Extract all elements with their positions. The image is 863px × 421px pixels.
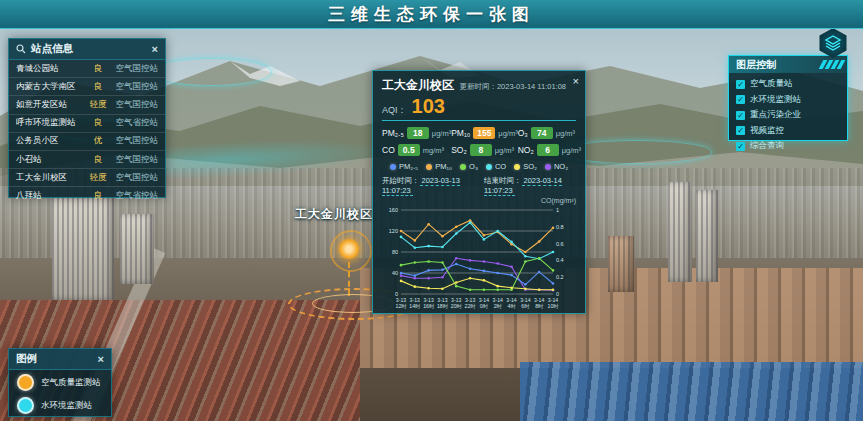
layer-control-header: 图层控制 xyxy=(729,56,847,73)
station-name: 八拜站 xyxy=(16,190,86,202)
station-type: 空气国控站 xyxy=(110,99,158,111)
tower-right-1 xyxy=(668,182,692,282)
legend-dot xyxy=(545,164,551,170)
aqi-value: 103 xyxy=(412,96,445,116)
station-row[interactable]: 工大金川校区 轻度 空气国控站 xyxy=(9,169,165,187)
station-row[interactable]: 八拜站 良 空气省控站 xyxy=(9,187,165,204)
page-title: 三维生态环保一张图 xyxy=(328,3,535,26)
checkbox-checked-icon[interactable]: ✓ xyxy=(736,80,745,89)
svg-text:0.4: 0.4 xyxy=(556,257,564,263)
station-row[interactable]: 青城公园站 良 空气国控站 xyxy=(9,60,165,78)
station-type: 空气国控站 xyxy=(110,154,158,166)
svg-text:40: 40 xyxy=(392,270,398,276)
station-grade: 轻度 xyxy=(86,99,110,111)
station-grade: 良 xyxy=(86,117,110,129)
close-icon[interactable]: × xyxy=(152,44,158,55)
layer-toggle[interactable]: ✓ 水环境监测站 xyxy=(736,94,840,106)
water-station-legend-icon xyxy=(17,397,34,414)
tower-right-2 xyxy=(696,190,718,282)
pollutant-item: NO₂ 6 μg/m³ xyxy=(518,144,581,156)
end-time-field[interactable]: 结束时间：2023-03-14 11:07:23 xyxy=(484,176,576,195)
layer-label: 重点污染企业 xyxy=(750,109,801,121)
station-row[interactable]: 呼市环境监测站 良 空气省控站 xyxy=(9,115,165,133)
time-range-row: 开始时间：2023-03-13 11:07:23 结束时间：2023-03-14… xyxy=(382,176,576,195)
top-banner: 三维生态环保一张图 xyxy=(0,0,863,29)
station-list-title: 站点信息 xyxy=(31,42,73,56)
station-row[interactable]: 公务员小区 优 空气国控站 xyxy=(9,133,165,151)
legend-entry[interactable]: CO xyxy=(486,162,506,171)
legend-items: 空气质量监测站 水环境监测站 xyxy=(9,370,111,418)
close-icon[interactable]: × xyxy=(573,75,579,87)
pollutant-item: PM₁₀ 155 μg/m³ xyxy=(451,127,517,139)
pollutant-grid: PM₂.₅ 18 μg/m³ PM₁₀ 155 μg/m³ O₃ 74 μg/m… xyxy=(382,127,576,156)
pollutant-item: SO₂ 8 μg/m³ xyxy=(451,144,517,156)
layer-items: ✓ 空气质量站 ✓ 水环境监测站 ✓ 重点污染企业 ✓ 视频监控 ✓ 综合查询 xyxy=(729,73,847,157)
legend-item: 水环境监测站 xyxy=(17,397,103,414)
station-list-header: 站点信息 × xyxy=(9,39,165,60)
legend-entry[interactable]: O₃ xyxy=(460,162,478,171)
layer-label: 视频监控 xyxy=(750,125,784,137)
search-icon xyxy=(16,44,26,54)
pollutant-value-badge: 18 xyxy=(407,127,429,139)
tall-building-left xyxy=(52,196,114,300)
station-row[interactable]: 小召站 良 空气国控站 xyxy=(9,151,165,169)
layer-toggle[interactable]: ✓ 空气质量站 xyxy=(736,78,840,90)
pollutant-item: O₃ 74 μg/m³ xyxy=(518,127,581,139)
station-grade: 良 xyxy=(86,154,110,166)
svg-text:1: 1 xyxy=(556,207,559,213)
legend-entry[interactable]: PM₁₀ xyxy=(426,162,452,171)
air-station-marker-icon[interactable] xyxy=(338,238,360,260)
legend-entry[interactable]: PM₂.₅ xyxy=(390,162,418,171)
legend-item: 空气质量监测站 xyxy=(17,374,103,391)
checkbox-checked-icon[interactable]: ✓ xyxy=(736,142,745,151)
checkbox-checked-icon[interactable]: ✓ xyxy=(736,111,745,120)
pollutant-trend-chart-wrap: 0408012016000.20.40.60.813-1312时3-1314时3… xyxy=(382,204,576,316)
update-time: 更新时间：2023-03-14 11:01:08 xyxy=(459,82,576,92)
legend-header: 图例 × xyxy=(9,349,111,370)
station-row[interactable]: 如意开发区站 轻度 空气国控站 xyxy=(9,96,165,114)
station-rows: 青城公园站 良 空气国控站 内蒙古大学南区 良 空气国控站 如意开发区站 轻度 … xyxy=(9,60,165,205)
station-type: 空气国控站 xyxy=(110,63,158,75)
layer-label: 水环境监测站 xyxy=(750,94,801,106)
map-legend-panel: 图例 × 空气质量监测站 水环境监测站 xyxy=(8,348,112,417)
station-type: 空气国控站 xyxy=(110,81,158,93)
station-grade: 良 xyxy=(86,63,110,75)
checkbox-checked-icon[interactable]: ✓ xyxy=(736,126,745,135)
station-detail-popup: × 工大金川校区 更新时间：2023-03-14 11:01:08 AQI： 1… xyxy=(372,70,586,314)
checkbox-checked-icon[interactable]: ✓ xyxy=(736,95,745,104)
legend-entry[interactable]: SO₂ xyxy=(514,162,537,171)
pollutant-value-badge: 8 xyxy=(470,144,492,156)
legend-item-label: 空气质量监测站 xyxy=(41,377,101,389)
svg-text:80: 80 xyxy=(392,249,398,255)
svg-text:3-1312时: 3-1312时 xyxy=(396,297,408,309)
pollutant-trend-chart: 0408012016000.20.40.60.813-1312时3-1314时3… xyxy=(382,204,576,316)
popup-title: 工大金川校区 xyxy=(382,77,454,94)
start-time-field[interactable]: 开始时间：2023-03-13 11:07:23 xyxy=(382,176,474,195)
aqi-row: AQI： 103 xyxy=(382,96,576,121)
station-map-label[interactable]: 工大金川校区 xyxy=(295,206,373,223)
legend-dot xyxy=(486,164,492,170)
app-window: 工大金川校区 三维生态环保一张图 站点信息 × 青城公园站 良 空气国控站 内蒙… xyxy=(0,0,863,421)
svg-text:3-146时: 3-146时 xyxy=(520,297,530,309)
layer-toggle[interactable]: ✓ 综合查询 xyxy=(736,140,840,152)
station-list-panel: 站点信息 × 青城公园站 良 空气国控站 内蒙古大学南区 良 空气国控站 如意开… xyxy=(8,38,166,198)
legend-item-label: 水环境监测站 xyxy=(41,400,92,412)
svg-text:160: 160 xyxy=(389,207,398,213)
legend-entry[interactable]: NO₂ xyxy=(545,162,568,171)
station-name: 工大金川校区 xyxy=(16,172,86,184)
layer-label: 综合查询 xyxy=(750,140,784,152)
layer-toggle[interactable]: ✓ 视频监控 xyxy=(736,125,840,137)
station-name: 呼市环境监测站 xyxy=(16,117,86,129)
svg-text:3-1316时: 3-1316时 xyxy=(423,297,435,309)
station-grade: 优 xyxy=(86,135,110,147)
legend-dot xyxy=(426,164,432,170)
station-row[interactable]: 内蒙古大学南区 良 空气国控站 xyxy=(9,78,165,96)
pollutant-value-badge: 0.5 xyxy=(398,144,420,156)
pollutant-value-badge: 6 xyxy=(537,144,559,156)
svg-text:3-1320时: 3-1320时 xyxy=(451,297,463,309)
close-icon[interactable]: × xyxy=(98,354,104,365)
pollutant-value-badge: 155 xyxy=(473,127,495,139)
layer-toggle[interactable]: ✓ 重点污染企业 xyxy=(736,109,840,121)
station-grade: 良 xyxy=(86,81,110,93)
svg-text:3-1314时: 3-1314时 xyxy=(409,297,421,309)
